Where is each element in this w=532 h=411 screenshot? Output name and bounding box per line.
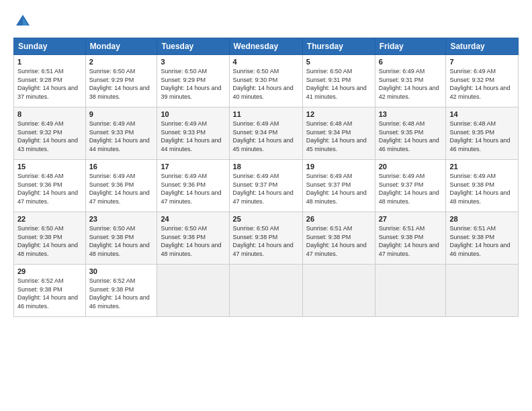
day-info: Sunrise: 6:50 AM Sunset: 9:31 PM Dayligh…	[306, 67, 371, 101]
logo	[13, 12, 36, 31]
calendar-cell: 22 Sunrise: 6:50 AM Sunset: 9:38 PM Dayl…	[14, 212, 86, 265]
calendar-week-row: 22 Sunrise: 6:50 AM Sunset: 9:38 PM Dayl…	[14, 212, 519, 265]
calendar-cell: 1 Sunrise: 6:51 AM Sunset: 9:28 PM Dayli…	[14, 55, 86, 107]
calendar-cell: 3 Sunrise: 6:50 AM Sunset: 9:29 PM Dayli…	[157, 55, 229, 107]
calendar-cell: 27 Sunrise: 6:51 AM Sunset: 9:38 PM Dayl…	[375, 212, 446, 265]
day-info: Sunrise: 6:50 AM Sunset: 9:38 PM Dayligh…	[233, 224, 299, 258]
day-number: 4	[233, 58, 299, 66]
calendar-cell: 20 Sunrise: 6:49 AM Sunset: 9:37 PM Dayl…	[375, 160, 446, 212]
day-number: 20	[379, 163, 443, 171]
calendar-cell: 30 Sunrise: 6:52 AM Sunset: 9:38 PM Dayl…	[85, 265, 157, 317]
weekday-header-friday: Friday	[375, 38, 446, 55]
day-info: Sunrise: 6:51 AM Sunset: 9:28 PM Dayligh…	[17, 67, 82, 101]
calendar-cell: 25 Sunrise: 6:50 AM Sunset: 9:38 PM Dayl…	[229, 212, 302, 265]
day-number: 15	[17, 163, 82, 171]
calendar-cell	[446, 265, 519, 317]
day-number: 16	[89, 163, 154, 171]
day-number: 24	[161, 215, 225, 223]
day-number: 25	[233, 215, 299, 223]
calendar-cell	[229, 265, 302, 317]
calendar-cell: 4 Sunrise: 6:50 AM Sunset: 9:30 PM Dayli…	[229, 55, 302, 107]
calendar-cell: 9 Sunrise: 6:49 AM Sunset: 9:33 PM Dayli…	[85, 107, 157, 160]
day-number: 29	[17, 267, 82, 275]
weekday-header-thursday: Thursday	[302, 38, 375, 55]
calendar-cell: 14 Sunrise: 6:48 AM Sunset: 9:35 PM Dayl…	[446, 107, 519, 160]
calendar-cell: 5 Sunrise: 6:50 AM Sunset: 9:31 PM Dayli…	[302, 55, 375, 107]
weekday-header-sunday: Sunday	[14, 38, 86, 55]
day-number: 10	[161, 110, 225, 118]
day-number: 3	[161, 58, 225, 66]
calendar-cell	[157, 265, 229, 317]
calendar-week-row: 15 Sunrise: 6:48 AM Sunset: 9:36 PM Dayl…	[14, 160, 519, 212]
day-number: 6	[379, 58, 443, 66]
day-number: 17	[161, 163, 225, 171]
day-info: Sunrise: 6:49 AM Sunset: 9:32 PM Dayligh…	[17, 120, 82, 153]
calendar-cell: 13 Sunrise: 6:48 AM Sunset: 9:35 PM Dayl…	[375, 107, 446, 160]
weekday-header-wednesday: Wednesday	[229, 38, 302, 55]
day-number: 18	[233, 163, 299, 171]
day-number: 14	[449, 110, 515, 118]
day-number: 5	[306, 58, 371, 66]
day-info: Sunrise: 6:51 AM Sunset: 9:38 PM Dayligh…	[379, 224, 443, 258]
calendar-cell: 2 Sunrise: 6:50 AM Sunset: 9:29 PM Dayli…	[85, 55, 157, 107]
day-info: Sunrise: 6:50 AM Sunset: 9:30 PM Dayligh…	[233, 67, 299, 101]
day-info: Sunrise: 6:48 AM Sunset: 9:35 PM Dayligh…	[449, 120, 515, 153]
day-number: 12	[306, 110, 371, 118]
day-number: 19	[306, 163, 371, 171]
day-number: 28	[449, 215, 515, 223]
calendar-cell: 19 Sunrise: 6:49 AM Sunset: 9:37 PM Dayl…	[302, 160, 375, 212]
day-info: Sunrise: 6:49 AM Sunset: 9:33 PM Dayligh…	[89, 120, 154, 153]
calendar-cell: 18 Sunrise: 6:49 AM Sunset: 9:37 PM Dayl…	[229, 160, 302, 212]
day-number: 8	[17, 110, 82, 118]
day-info: Sunrise: 6:49 AM Sunset: 9:32 PM Dayligh…	[449, 67, 515, 101]
day-info: Sunrise: 6:52 AM Sunset: 9:38 PM Dayligh…	[89, 277, 154, 310]
day-info: Sunrise: 6:49 AM Sunset: 9:36 PM Dayligh…	[161, 172, 225, 205]
day-info: Sunrise: 6:48 AM Sunset: 9:34 PM Dayligh…	[306, 120, 371, 153]
calendar-week-row: 29 Sunrise: 6:52 AM Sunset: 9:38 PM Dayl…	[14, 265, 519, 317]
calendar-cell: 6 Sunrise: 6:49 AM Sunset: 9:31 PM Dayli…	[375, 55, 446, 107]
calendar-week-row: 8 Sunrise: 6:49 AM Sunset: 9:32 PM Dayli…	[14, 107, 519, 160]
day-info: Sunrise: 6:50 AM Sunset: 9:29 PM Dayligh…	[89, 67, 154, 101]
day-info: Sunrise: 6:50 AM Sunset: 9:38 PM Dayligh…	[89, 224, 154, 258]
day-number: 13	[379, 110, 443, 118]
weekday-header-tuesday: Tuesday	[157, 38, 229, 55]
day-info: Sunrise: 6:49 AM Sunset: 9:38 PM Dayligh…	[449, 172, 515, 205]
calendar-cell: 11 Sunrise: 6:49 AM Sunset: 9:34 PM Dayl…	[229, 107, 302, 160]
day-number: 21	[449, 163, 515, 171]
day-info: Sunrise: 6:49 AM Sunset: 9:36 PM Dayligh…	[89, 172, 154, 205]
day-number: 9	[89, 110, 154, 118]
calendar-cell: 16 Sunrise: 6:49 AM Sunset: 9:36 PM Dayl…	[85, 160, 157, 212]
calendar-header-row: SundayMondayTuesdayWednesdayThursdayFrid…	[14, 38, 519, 55]
header	[13, 12, 519, 31]
calendar-cell	[375, 265, 446, 317]
calendar-cell: 15 Sunrise: 6:48 AM Sunset: 9:36 PM Dayl…	[14, 160, 86, 212]
day-number: 11	[233, 110, 299, 118]
calendar-cell: 21 Sunrise: 6:49 AM Sunset: 9:38 PM Dayl…	[446, 160, 519, 212]
page: SundayMondayTuesdayWednesdayThursdayFrid…	[0, 0, 532, 411]
day-info: Sunrise: 6:49 AM Sunset: 9:31 PM Dayligh…	[379, 67, 443, 101]
day-info: Sunrise: 6:49 AM Sunset: 9:37 PM Dayligh…	[233, 172, 299, 205]
day-info: Sunrise: 6:52 AM Sunset: 9:38 PM Dayligh…	[17, 277, 82, 310]
day-info: Sunrise: 6:49 AM Sunset: 9:33 PM Dayligh…	[161, 120, 225, 153]
day-info: Sunrise: 6:50 AM Sunset: 9:38 PM Dayligh…	[161, 224, 225, 258]
calendar-cell: 7 Sunrise: 6:49 AM Sunset: 9:32 PM Dayli…	[446, 55, 519, 107]
calendar-cell	[302, 265, 375, 317]
day-info: Sunrise: 6:49 AM Sunset: 9:37 PM Dayligh…	[379, 172, 443, 205]
calendar-cell: 10 Sunrise: 6:49 AM Sunset: 9:33 PM Dayl…	[157, 107, 229, 160]
logo-icon	[13, 12, 32, 31]
day-number: 27	[379, 215, 443, 223]
day-number: 7	[449, 58, 515, 66]
calendar-cell: 23 Sunrise: 6:50 AM Sunset: 9:38 PM Dayl…	[85, 212, 157, 265]
day-number: 22	[17, 215, 82, 223]
day-info: Sunrise: 6:49 AM Sunset: 9:37 PM Dayligh…	[306, 172, 371, 205]
day-info: Sunrise: 6:48 AM Sunset: 9:35 PM Dayligh…	[379, 120, 443, 153]
day-info: Sunrise: 6:48 AM Sunset: 9:36 PM Dayligh…	[17, 172, 82, 205]
calendar-cell: 24 Sunrise: 6:50 AM Sunset: 9:38 PM Dayl…	[157, 212, 229, 265]
calendar-cell: 12 Sunrise: 6:48 AM Sunset: 9:34 PM Dayl…	[302, 107, 375, 160]
day-info: Sunrise: 6:50 AM Sunset: 9:38 PM Dayligh…	[17, 224, 82, 258]
calendar-cell: 26 Sunrise: 6:51 AM Sunset: 9:38 PM Dayl…	[302, 212, 375, 265]
calendar-week-row: 1 Sunrise: 6:51 AM Sunset: 9:28 PM Dayli…	[14, 55, 519, 107]
calendar-table: SundayMondayTuesdayWednesdayThursdayFrid…	[13, 38, 519, 317]
day-number: 26	[306, 215, 371, 223]
day-number: 23	[89, 215, 154, 223]
